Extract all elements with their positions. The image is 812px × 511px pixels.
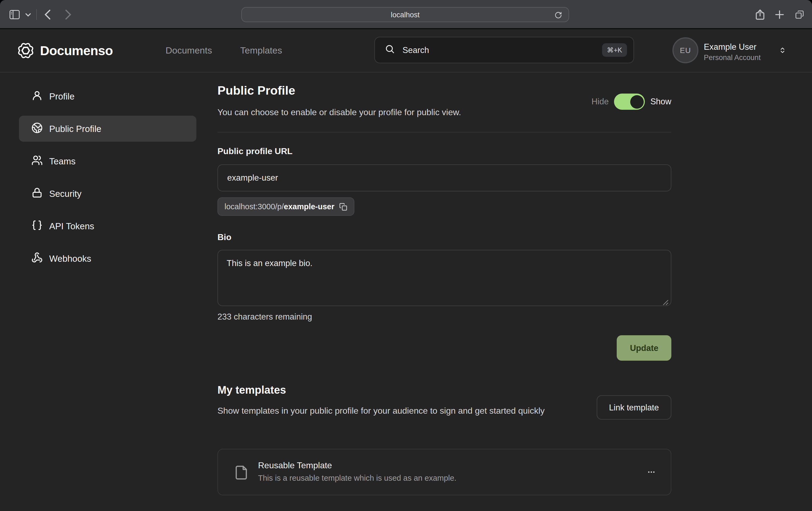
sidebar-item-profile[interactable]: Profile xyxy=(19,83,196,109)
sidebar-item-label: Profile xyxy=(49,91,75,101)
my-templates-description: Show templates in your public profile fo… xyxy=(218,404,591,418)
user-name: Example User xyxy=(704,42,757,52)
update-button[interactable]: Update xyxy=(617,335,671,361)
lock-icon xyxy=(31,187,43,200)
sidebar-item-label: API Tokens xyxy=(49,221,94,231)
nav-templates[interactable]: Templates xyxy=(240,46,282,56)
browser-window: localhost xyxy=(0,0,812,511)
app-header: Documenso Documents Templates Search ⌘+K… xyxy=(0,29,812,72)
braces-icon xyxy=(31,219,43,233)
sidebar-item-webhooks[interactable]: Webhooks xyxy=(19,245,196,271)
share-icon[interactable] xyxy=(755,9,765,20)
link-template-button[interactable]: Link template xyxy=(597,395,671,420)
webhook-icon xyxy=(31,252,43,265)
template-description: This is a reusable template which is use… xyxy=(258,474,456,482)
ellipsis-menu-icon[interactable] xyxy=(646,468,657,476)
hide-label: Hide xyxy=(591,97,609,107)
section-divider xyxy=(218,132,671,132)
search-placeholder: Search xyxy=(403,45,602,55)
avatar[interactable]: EU xyxy=(672,37,698,63)
avatar-initials: EU xyxy=(680,46,691,55)
chevrons-up-down-icon[interactable] xyxy=(779,45,786,58)
globe-icon xyxy=(31,122,43,136)
my-templates-title: My templates xyxy=(218,384,286,396)
template-title: Reusable Template xyxy=(258,461,332,471)
profile-url-label: Public profile URL xyxy=(218,147,292,156)
sidebar-chevron-down-icon[interactable] xyxy=(25,13,31,17)
toggle-knob xyxy=(630,95,643,109)
visibility-toggle-row: Hide Show xyxy=(591,94,671,110)
user-account-type: Personal Account xyxy=(704,54,761,62)
reload-icon[interactable] xyxy=(554,11,562,19)
copy-icon[interactable] xyxy=(339,203,347,211)
sidebar-item-security[interactable]: Security xyxy=(19,181,196,207)
sidebar-item-label: Security xyxy=(49,188,81,199)
screen: localhost xyxy=(0,0,812,511)
address-bar-url: localhost xyxy=(391,10,420,19)
sidebar-toggle-icon[interactable] xyxy=(9,10,20,20)
page-title: Public Profile xyxy=(218,84,295,98)
browser-toolbar: localhost xyxy=(0,0,812,29)
search-input[interactable]: Search ⌘+K xyxy=(374,37,634,63)
sidebar-item-public-profile[interactable]: Public Profile xyxy=(19,116,196,142)
nav-documents[interactable]: Documents xyxy=(166,46,212,56)
url-preview-username: example-user xyxy=(284,202,334,211)
tab-overview-icon[interactable] xyxy=(795,10,805,20)
brand-name[interactable]: Documenso xyxy=(40,43,113,58)
back-button-icon[interactable] xyxy=(45,9,51,20)
users-icon xyxy=(31,154,43,168)
sidebar-item-label: Webhooks xyxy=(49,253,91,264)
search-shortcut-badge: ⌘+K xyxy=(602,43,627,57)
sidebar-item-api-tokens[interactable]: API Tokens xyxy=(19,213,196,239)
user-icon xyxy=(31,90,43,103)
template-card[interactable]: Reusable Template This is a reusable tem… xyxy=(218,449,671,495)
resize-handle-icon[interactable] xyxy=(663,298,669,308)
sidebar-item-label: Teams xyxy=(49,156,76,166)
documenso-logo-icon xyxy=(17,42,35,62)
sidebar-item-label: Public Profile xyxy=(49,124,102,134)
file-icon xyxy=(234,464,249,483)
new-tab-icon[interactable] xyxy=(775,10,784,19)
bio-textarea[interactable]: This is an example bio. xyxy=(218,250,671,306)
url-preview-text: localhost:3000/p/example-user xyxy=(225,202,334,211)
toolbar-divider xyxy=(36,9,37,20)
profile-url-preview[interactable]: localhost:3000/p/example-user xyxy=(218,198,354,216)
search-icon xyxy=(385,44,395,56)
sidebar-item-teams[interactable]: Teams xyxy=(19,148,196,174)
show-label: Show xyxy=(650,97,671,107)
address-bar[interactable]: localhost xyxy=(241,7,569,22)
visibility-toggle[interactable] xyxy=(614,94,645,110)
profile-url-input[interactable] xyxy=(218,164,671,191)
url-preview-prefix: localhost:3000/p/ xyxy=(225,202,284,211)
forward-button-icon[interactable] xyxy=(65,9,71,20)
bio-label: Bio xyxy=(218,233,232,242)
bio-characters-remaining: 233 characters remaining xyxy=(218,312,312,322)
page-description: You can choose to enable or disable your… xyxy=(218,108,461,117)
